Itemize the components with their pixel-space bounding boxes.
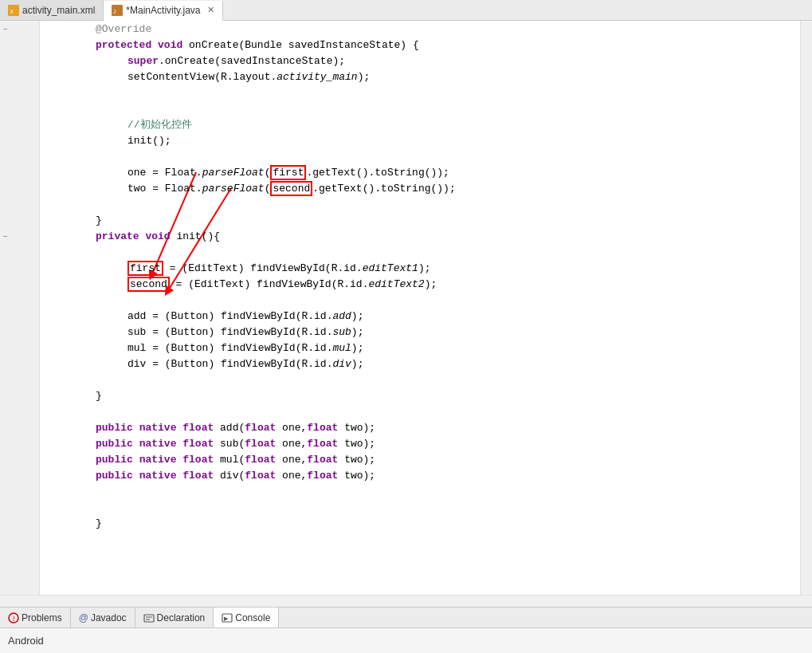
- gutter-line-21: [0, 340, 39, 356]
- gutter-line-9: [0, 148, 39, 164]
- gutter-line-24: [0, 387, 39, 403]
- gutter-line-20: [0, 324, 39, 340]
- code-line-27: public native float sub(float one,float …: [48, 435, 800, 451]
- code-line-25: [48, 403, 800, 419]
- code-line-31: [48, 499, 800, 515]
- gutter-line-27: [0, 435, 39, 451]
- code-line-24: }: [48, 387, 800, 403]
- editor-container: − −: [0, 21, 812, 595]
- first-ref-box-1: first: [270, 165, 306, 180]
- gutter-line-30: [0, 483, 39, 499]
- tab-console[interactable]: ▶ Console: [214, 608, 279, 627]
- code-line-15: [48, 244, 800, 260]
- tab-xml-label: activity_main.xml: [22, 5, 95, 16]
- code-line-26: public native float add(float one,float …: [48, 419, 800, 435]
- code-line-32: }: [48, 515, 800, 531]
- code-line-18: [48, 292, 800, 308]
- code-line-21: mul = (Button) findViewById(R.id.mul);: [48, 340, 800, 356]
- gutter-line-13: [0, 212, 39, 228]
- code-line-22: div = (Button) findViewById(R.id.div);: [48, 356, 800, 372]
- code-line-14: private void init(){: [48, 228, 800, 244]
- console-icon: ▶: [222, 612, 233, 623]
- second-decl-box: second: [127, 277, 170, 292]
- gutter-line-17: [0, 276, 39, 292]
- tab-javadoc[interactable]: @ Javadoc: [71, 608, 135, 627]
- bottom-panel: ! Problems @ Javadoc Declaration ▶ Conso…: [0, 607, 812, 653]
- gutter-line-12: [0, 196, 39, 212]
- gutter-line-8: [0, 132, 39, 148]
- tab-javadoc-label: Javadoc: [91, 612, 127, 623]
- gutter-line-18: [0, 292, 39, 308]
- svg-text:!: !: [13, 615, 15, 623]
- gutter-line-34: [0, 547, 39, 563]
- code-line-12: [48, 196, 800, 212]
- collapse-icon-2[interactable]: −: [3, 232, 8, 241]
- javadoc-icon: @: [79, 612, 88, 623]
- svg-text:X: X: [10, 8, 14, 15]
- svg-text:J: J: [113, 9, 116, 14]
- code-line-8: init();: [48, 132, 800, 148]
- java-icon: J: [112, 5, 123, 16]
- tab-problems[interactable]: ! Problems: [0, 608, 71, 627]
- code-area[interactable]: @Override protected void onCreate(Bundle…: [40, 21, 800, 595]
- svg-rect-9: [144, 615, 154, 622]
- gutter-line-22: [0, 356, 39, 372]
- gutter-line-4: [0, 69, 39, 85]
- tab-close-button[interactable]: ✕: [207, 5, 214, 15]
- gutter-line-14: −: [0, 228, 39, 244]
- gutter-line-7: [0, 116, 39, 132]
- code-line-6: [48, 100, 800, 116]
- code-line-7: //初始化控件: [48, 116, 800, 132]
- line-gutter: − −: [0, 21, 40, 595]
- gutter-line-23: [0, 372, 39, 387]
- code-line-9: [48, 148, 800, 164]
- gutter-line-16: [0, 260, 39, 276]
- code-line-19: add = (Button) findViewById(R.id.add);: [48, 308, 800, 324]
- right-scrollbar[interactable]: [800, 21, 812, 595]
- gutter-line-19: [0, 308, 39, 324]
- gutter-line-26: [0, 419, 39, 435]
- problems-icon: !: [8, 612, 19, 623]
- gutter-line-29: [0, 467, 39, 483]
- code-line-2: protected void onCreate(Bundle savedInst…: [48, 37, 800, 53]
- gutter-line-33: [0, 531, 39, 547]
- tab-declaration-label: Declaration: [157, 612, 206, 623]
- xml-icon: X: [8, 5, 19, 16]
- gutter-line-15: [0, 244, 39, 260]
- gutter-line-5: [0, 85, 39, 100]
- code-line-4: setContentView(R.layout.activity_main);: [48, 69, 800, 85]
- gutter-line-1: −: [0, 21, 39, 37]
- gutter-line-28: [0, 451, 39, 467]
- bottom-console-content: Android: [0, 628, 812, 653]
- tab-console-label: Console: [235, 612, 270, 623]
- gutter-line-11: [0, 180, 39, 196]
- declaration-icon: [143, 612, 155, 623]
- tab-activity-xml[interactable]: X activity_main.xml: [0, 0, 104, 20]
- gutter-line-2: [0, 37, 39, 53]
- gutter-line-6: [0, 100, 39, 116]
- code-line-17: second = (EditText) findViewById(R.id.ed…: [48, 276, 800, 292]
- tab-java-label: *MainActivity.java: [126, 5, 200, 16]
- tab-main-activity[interactable]: J *MainActivity.java ✕: [104, 1, 222, 21]
- code-line-23: [48, 372, 800, 387]
- bottom-tab-bar: ! Problems @ Javadoc Declaration ▶ Conso…: [0, 608, 812, 628]
- code-line-1: @Override: [48, 21, 800, 37]
- svg-text:▶: ▶: [224, 616, 229, 622]
- code-line-5: [48, 85, 800, 100]
- code-line-3: super.onCreate(savedInstanceState);: [48, 53, 800, 69]
- bottom-scrollbar[interactable]: [0, 595, 812, 607]
- second-ref-box-1: second: [270, 181, 312, 196]
- code-line-30: [48, 483, 800, 499]
- tab-bar: X activity_main.xml J *MainActivity.java…: [0, 0, 812, 21]
- gutter-line-3: [0, 53, 39, 69]
- tab-declaration[interactable]: Declaration: [135, 608, 214, 627]
- gutter-line-10: [0, 164, 39, 180]
- code-line-16: first = (EditText) findViewById(R.id.edi…: [48, 260, 800, 276]
- code-line-29: public native float div(float one,float …: [48, 467, 800, 483]
- gutter-line-31: [0, 499, 39, 515]
- collapse-icon-1[interactable]: −: [3, 25, 8, 33]
- tab-problems-label: Problems: [22, 612, 62, 623]
- gutter-line-25: [0, 403, 39, 419]
- code-line-11: two = Float.parseFloat(second.getText().…: [48, 180, 800, 196]
- gutter-line-35: [0, 563, 39, 579]
